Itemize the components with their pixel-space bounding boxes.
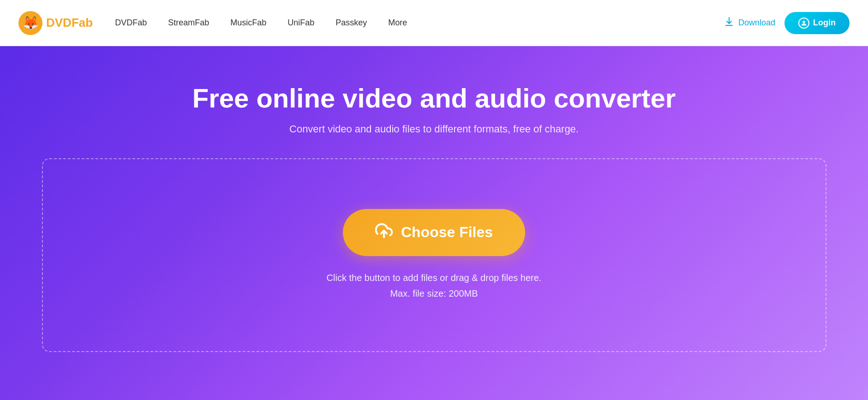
nav-item-dvdfab[interactable]: DVDFab [107,14,155,31]
download-label: Download [738,18,775,28]
upload-hint: Click the button to add files or drag & … [327,270,542,301]
nav-item-musicfab[interactable]: MusicFab [222,14,275,31]
hero-section: Free online video and audio converter Co… [0,46,868,400]
svg-point-0 [802,20,805,23]
upload-hint-line2: Max. file size: 200MB [327,286,542,301]
nav-item-unifab[interactable]: UniFab [279,14,323,31]
nav-menu: DVDFab StreamFab MusicFab UniFab Passkey… [107,14,724,31]
upload-hint-line1: Click the button to add files or drag & … [327,270,542,286]
hero-subtitle: Convert video and audio files to differe… [289,123,579,135]
nav-item-passkey[interactable]: Passkey [327,14,375,31]
logo-icon: 🦊 [18,11,42,35]
login-button[interactable]: Login [784,12,850,34]
download-icon [724,16,735,30]
nav-item-more[interactable]: More [380,14,415,31]
upload-dropzone[interactable]: Choose Files Click the button to add fil… [42,158,826,352]
logo[interactable]: 🦊 DVDFab [18,11,93,35]
download-button[interactable]: Download [724,16,775,30]
navbar: 🦊 DVDFab DVDFab StreamFab MusicFab UniFa… [0,0,868,46]
navbar-actions: Download Login [724,12,850,34]
choose-files-label: Choose Files [401,224,493,241]
login-label: Login [813,18,836,28]
choose-files-button[interactable]: Choose Files [343,209,525,256]
nav-item-streamfab[interactable]: StreamFab [160,14,217,31]
upload-cloud-icon [375,222,393,243]
hero-title: Free online video and audio converter [192,83,676,114]
user-icon [798,18,809,29]
logo-text: DVDFab [46,16,93,30]
